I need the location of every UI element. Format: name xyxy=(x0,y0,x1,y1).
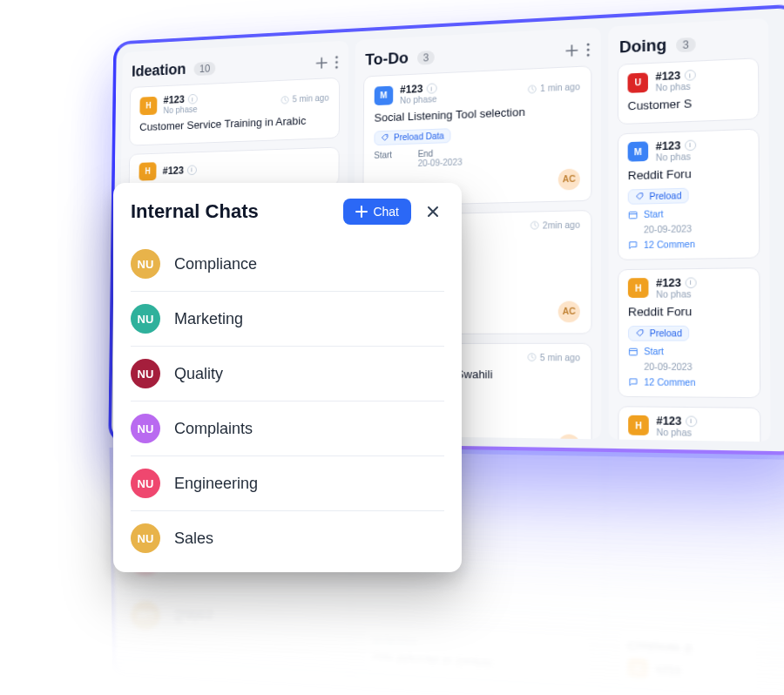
chat-item-label: Compliance xyxy=(174,255,257,273)
card[interactable]: M #123 i No phas Reddit Foru Preload xyxy=(618,128,760,260)
card-comments-line: 12 Commen xyxy=(628,377,750,388)
svg-point-7 xyxy=(529,85,537,93)
tag[interactable]: Preload Data xyxy=(374,128,450,145)
card-phase: No phas xyxy=(656,81,696,92)
card-time: 2min ago xyxy=(530,219,579,230)
card-date-line: Start xyxy=(628,207,749,219)
assignee-avatar[interactable]: AC xyxy=(558,300,580,322)
svg-point-0 xyxy=(335,56,338,58)
column-title: Doing xyxy=(619,36,666,57)
card-comments-line: 12 Commen xyxy=(628,238,749,250)
svg-point-5 xyxy=(587,48,590,51)
info-icon[interactable]: i xyxy=(686,415,697,427)
svg-point-8 xyxy=(386,136,387,137)
chat-item-marketing[interactable]: NU Marketing xyxy=(131,292,444,347)
column-header: Doing 3 xyxy=(618,28,759,64)
card-phase: No phase xyxy=(163,105,197,115)
tag[interactable]: Preload xyxy=(628,325,690,341)
card-phase: No phas xyxy=(656,289,696,300)
card-time: 5 min ago xyxy=(527,353,579,362)
info-icon[interactable]: i xyxy=(685,277,696,288)
card-id: #123 xyxy=(163,165,184,177)
priority-badge: H xyxy=(628,278,649,298)
column-menu-icon[interactable] xyxy=(335,55,338,69)
assignee-avatar[interactable]: AC xyxy=(558,168,580,190)
chat-item-label: Engineering xyxy=(174,475,258,493)
tag[interactable]: Preload xyxy=(628,187,689,204)
chats-header: Internal Chats Chat xyxy=(131,199,444,225)
chat-item-label: Sales xyxy=(174,530,213,548)
card-phase: No phas xyxy=(656,152,696,163)
svg-point-9 xyxy=(531,222,538,230)
column-title: Ideation xyxy=(132,61,186,81)
card-title: Reddit Foru xyxy=(628,165,749,184)
chat-item-label: Quality xyxy=(174,365,223,383)
avatar: NU xyxy=(131,359,160,388)
column-count: 3 xyxy=(417,51,436,65)
svg-rect-12 xyxy=(629,348,637,355)
card-title: Customer S xyxy=(628,94,749,114)
svg-point-2 xyxy=(335,65,338,68)
avatar: NU xyxy=(131,414,160,443)
card-id: #123 xyxy=(656,139,681,152)
card[interactable]: H #123 i No phase 5 min ago xyxy=(129,78,340,146)
chat-item-compliance[interactable]: NU Compliance xyxy=(131,237,444,292)
svg-point-6 xyxy=(587,53,590,56)
column-menu-icon[interactable] xyxy=(586,42,590,56)
info-icon[interactable]: i xyxy=(685,139,696,151)
new-chat-button[interactable]: Chat xyxy=(343,199,411,225)
card-time: 1 min ago xyxy=(528,82,580,94)
priority-badge: H xyxy=(628,415,649,435)
chat-item-label: Marketing xyxy=(174,310,243,328)
card-title: Reddit Foru xyxy=(628,304,750,320)
plus-icon xyxy=(355,206,368,218)
column-count: 3 xyxy=(676,37,695,52)
card-dates: Start End20-09-2023 xyxy=(374,144,580,170)
info-icon[interactable]: i xyxy=(187,94,197,105)
card-time: 5 min ago xyxy=(280,93,328,105)
priority-badge: H xyxy=(139,162,156,180)
column-doing: Doing 3 U #123 i No phas xyxy=(608,18,770,442)
chats-panel: Internal Chats Chat NU Compliance NU Mar… xyxy=(113,183,462,572)
svg-point-1 xyxy=(335,60,338,63)
chat-item-sales[interactable]: NU Sales xyxy=(131,511,444,565)
close-icon[interactable] xyxy=(422,200,444,223)
avatar: NU xyxy=(131,469,160,498)
card[interactable]: H #123 i No phas Reddit Foru Preload xyxy=(618,267,760,398)
card-phase: No phas xyxy=(656,427,697,437)
priority-badge: H xyxy=(139,96,157,115)
chat-item-engineering[interactable]: NU Engineering xyxy=(131,456,444,511)
card-title: Social Listening Tool selection xyxy=(375,103,580,125)
info-icon[interactable]: i xyxy=(187,165,197,175)
svg-point-10 xyxy=(528,354,536,361)
chats-title: Internal Chats xyxy=(131,200,259,223)
card-phase: No phase xyxy=(400,94,436,105)
card-title: Customer Service Training in Arabic xyxy=(139,113,328,135)
svg-rect-11 xyxy=(629,212,637,219)
priority-badge: M xyxy=(628,142,649,162)
chat-item-quality[interactable]: NU Quality xyxy=(131,347,444,401)
priority-badge: M xyxy=(375,85,394,105)
column-header: To-Do 3 xyxy=(363,37,591,77)
card-date-line: Start xyxy=(628,347,750,357)
card[interactable]: U #123 i No phas Customer S xyxy=(618,57,760,125)
card-id: #123 xyxy=(655,70,680,84)
chat-item-complaints[interactable]: NU Complaints xyxy=(131,401,444,456)
card[interactable]: H #123 i No phas Customer S xyxy=(618,406,760,442)
add-card-icon[interactable] xyxy=(315,56,328,70)
card-id: #123 xyxy=(164,93,185,105)
card-id: #123 xyxy=(400,83,422,96)
card-id: #123 xyxy=(656,415,681,428)
priority-badge: U xyxy=(628,72,648,93)
column-count: 10 xyxy=(193,61,215,75)
avatar: NU xyxy=(131,304,160,334)
add-card-icon[interactable] xyxy=(564,43,579,57)
assignee-avatar[interactable]: AC xyxy=(558,434,580,439)
svg-point-4 xyxy=(587,43,590,45)
card-id: #123 xyxy=(656,276,681,289)
info-icon[interactable]: i xyxy=(685,70,696,81)
avatar: NU xyxy=(131,523,160,553)
chats-list: NU Compliance NU Marketing NU Quality NU… xyxy=(131,237,444,565)
chat-item-label: Complaints xyxy=(174,420,253,438)
info-icon[interactable]: i xyxy=(426,83,436,93)
